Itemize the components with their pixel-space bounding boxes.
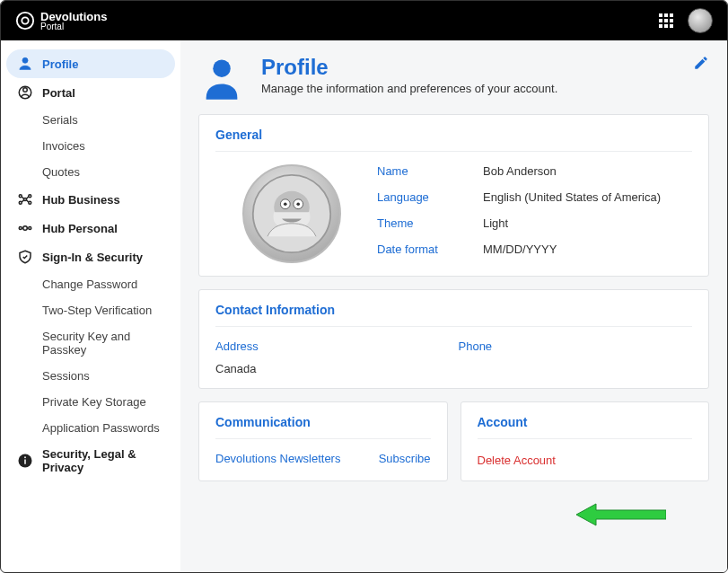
brand-sub: Portal: [40, 22, 107, 31]
sidebar-item-security-key[interactable]: Security Key and Passkey: [6, 323, 175, 363]
sidebar-label: Sign-In & Security: [42, 251, 143, 264]
svg-point-31: [296, 202, 300, 206]
name-label: Name: [377, 164, 467, 178]
sidebar-item-serials[interactable]: Serials: [6, 107, 175, 133]
delete-account-link[interactable]: Delete Account: [478, 454, 556, 467]
brand-logo[interactable]: Devolutions Portal: [15, 11, 107, 31]
language-label: Language: [377, 190, 467, 204]
shield-icon: [17, 249, 33, 265]
svg-rect-2: [659, 13, 662, 17]
portal-icon: [17, 84, 33, 101]
svg-point-24: [24, 456, 26, 458]
sidebar-label: Hub Personal: [42, 222, 118, 235]
user-avatar-large[interactable]: [242, 164, 341, 263]
account-heading: Account: [478, 415, 693, 439]
sidebar-label: Hub Business: [42, 193, 120, 207]
sidebar-item-legal-privacy[interactable]: Security, Legal & Privacy: [6, 441, 175, 480]
main-content: Profile Manage the information and prefe…: [180, 40, 727, 572]
sidebar-label: Quotes: [42, 165, 80, 179]
communication-heading: Communication: [215, 415, 431, 439]
svg-rect-10: [670, 24, 673, 28]
sidebar-label: Private Key Storage: [42, 395, 146, 409]
svg-point-0: [17, 13, 33, 29]
theme-value: Light: [483, 216, 661, 230]
sidebar-label: Portal: [42, 86, 75, 100]
svg-point-13: [23, 88, 28, 93]
svg-point-19: [23, 226, 28, 231]
name-value: Bob Anderson: [483, 164, 661, 178]
apps-grid-icon[interactable]: [659, 13, 673, 28]
svg-rect-3: [664, 13, 668, 17]
svg-rect-23: [24, 460, 26, 464]
phone-label: Phone: [459, 339, 693, 353]
devolutions-logo-icon: [15, 11, 35, 31]
sidebar-item-private-key[interactable]: Private Key Storage: [6, 389, 175, 415]
svg-rect-4: [670, 13, 673, 17]
info-icon: [17, 453, 33, 469]
svg-point-21: [29, 227, 31, 230]
svg-point-18: [29, 201, 31, 204]
communication-card: Communication Devolutions Newsletters Su…: [198, 401, 448, 481]
subscribe-link[interactable]: Subscribe: [379, 452, 431, 465]
account-card: Account Delete Account: [460, 401, 710, 481]
sidebar-item-profile[interactable]: Profile: [6, 49, 175, 78]
svg-point-20: [19, 227, 22, 230]
sidebar-label: Profile: [42, 57, 78, 71]
svg-point-1: [22, 17, 28, 23]
sidebar-item-change-password[interactable]: Change Password: [6, 271, 175, 297]
sidebar-item-app-passwords[interactable]: Application Passwords: [6, 415, 175, 441]
sidebar-label: Serials: [42, 113, 78, 127]
page-title: Profile: [261, 55, 557, 80]
sidebar-label: Security, Legal & Privacy: [42, 447, 164, 474]
svg-point-17: [19, 201, 22, 204]
sidebar-item-signin-security[interactable]: Sign-In & Security: [6, 242, 175, 271]
svg-point-30: [284, 202, 287, 206]
sidebar-label: Change Password: [42, 278, 137, 291]
svg-rect-8: [659, 24, 662, 28]
svg-rect-5: [659, 19, 662, 22]
sidebar-item-portal[interactable]: Portal: [6, 78, 175, 107]
address-value: Canada: [215, 362, 450, 375]
svg-point-15: [19, 195, 22, 198]
user-avatar-small[interactable]: [688, 8, 713, 33]
hub-business-icon: [17, 191, 33, 207]
hub-personal-icon: [17, 220, 33, 236]
contact-heading: Contact Information: [215, 303, 692, 327]
general-heading: General: [215, 128, 692, 152]
sidebar-item-hub-personal[interactable]: Hub Personal: [6, 214, 175, 242]
svg-point-11: [22, 57, 28, 63]
sidebar-item-two-step[interactable]: Two-Step Verification: [6, 297, 175, 323]
sidebar-item-quotes[interactable]: Quotes: [6, 159, 175, 185]
sidebar-label: Invoices: [42, 139, 85, 153]
top-bar: Devolutions Portal: [1, 1, 727, 40]
dateformat-value: MM/DD/YYYY: [483, 242, 661, 256]
svg-rect-9: [664, 24, 668, 28]
sidebar-item-sessions[interactable]: Sessions: [6, 363, 175, 389]
svg-point-25: [213, 59, 231, 77]
theme-label: Theme: [377, 216, 467, 230]
sidebar-label: Two-Step Verification: [42, 304, 152, 317]
svg-point-14: [24, 198, 27, 201]
dateformat-label: Date format: [377, 242, 467, 256]
avatar-illustration-icon: [251, 173, 332, 254]
svg-point-16: [29, 195, 31, 198]
sidebar-item-hub-business[interactable]: Hub Business: [6, 185, 175, 214]
edit-icon[interactable]: [693, 55, 709, 71]
svg-rect-7: [670, 19, 673, 22]
address-label: Address: [215, 339, 450, 353]
page-header: Profile Manage the information and prefe…: [198, 55, 709, 101]
contact-card: Contact Information Address Canada Phone: [198, 289, 709, 389]
sidebar: Profile Portal Serials Invoices Quotes H…: [1, 40, 180, 572]
language-value: English (United States of America): [483, 190, 661, 204]
profile-page-icon: [198, 55, 245, 101]
page-subtitle: Manage the information and preferences o…: [261, 82, 557, 95]
newsletters-link[interactable]: Devolutions Newsletters: [215, 452, 340, 465]
sidebar-item-invoices[interactable]: Invoices: [6, 133, 175, 159]
brand-name: Devolutions: [40, 11, 107, 22]
person-icon: [17, 56, 33, 72]
svg-rect-6: [664, 19, 668, 22]
sidebar-label: Sessions: [42, 369, 90, 383]
general-card: General Name: [198, 114, 709, 277]
sidebar-label: Application Passwords: [42, 421, 160, 435]
sidebar-label: Security Key and Passkey: [42, 330, 164, 357]
